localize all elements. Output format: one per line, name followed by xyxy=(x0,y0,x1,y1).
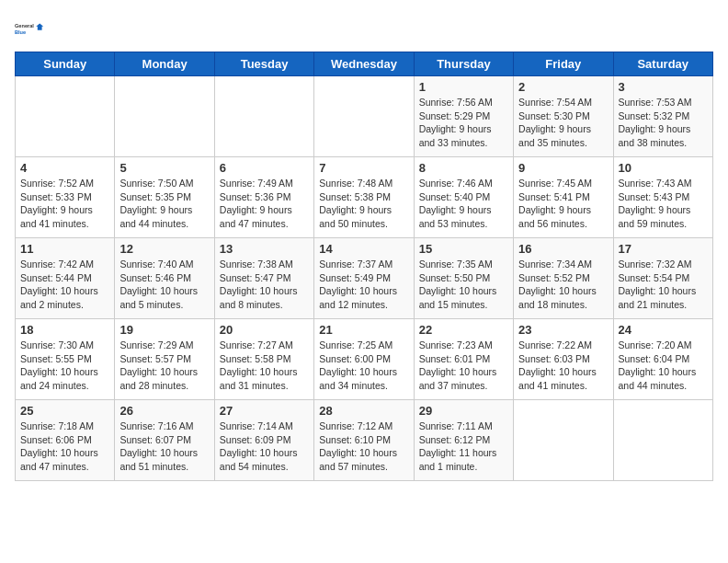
calendar-cell: 9Sunrise: 7:45 AM Sunset: 5:41 PM Daylig… xyxy=(514,157,613,238)
calendar-cell: 23Sunrise: 7:22 AM Sunset: 6:03 PM Dayli… xyxy=(514,319,613,400)
calendar-cell: 17Sunrise: 7:32 AM Sunset: 5:54 PM Dayli… xyxy=(613,238,712,319)
calendar-cell xyxy=(314,76,414,157)
calendar-cell: 2Sunrise: 7:54 AM Sunset: 5:30 PM Daylig… xyxy=(514,76,613,157)
day-info: Sunrise: 7:34 AM Sunset: 5:52 PM Dayligh… xyxy=(518,258,608,312)
day-info: Sunrise: 7:23 AM Sunset: 6:01 PM Dayligh… xyxy=(419,339,508,393)
day-number: 1 xyxy=(419,80,508,94)
calendar-cell: 6Sunrise: 7:49 AM Sunset: 5:36 PM Daylig… xyxy=(214,157,313,238)
week-row-3: 18Sunrise: 7:30 AM Sunset: 5:55 PM Dayli… xyxy=(16,319,713,400)
day-number: 17 xyxy=(619,242,708,256)
calendar-cell: 16Sunrise: 7:34 AM Sunset: 5:52 PM Dayli… xyxy=(514,238,613,319)
day-info: Sunrise: 7:32 AM Sunset: 5:54 PM Dayligh… xyxy=(619,258,708,312)
logo-icon: General Blue xyxy=(15,15,44,44)
day-info: Sunrise: 7:52 AM Sunset: 5:33 PM Dayligh… xyxy=(20,177,109,231)
day-number: 9 xyxy=(518,161,608,175)
day-info: Sunrise: 7:35 AM Sunset: 5:50 PM Dayligh… xyxy=(419,258,508,312)
calendar-cell: 14Sunrise: 7:37 AM Sunset: 5:49 PM Dayli… xyxy=(314,238,414,319)
day-info: Sunrise: 7:37 AM Sunset: 5:49 PM Dayligh… xyxy=(319,258,408,312)
svg-text:General: General xyxy=(15,23,34,29)
calendar-body: 1Sunrise: 7:56 AM Sunset: 5:29 PM Daylig… xyxy=(16,76,713,481)
day-number: 29 xyxy=(419,404,508,418)
day-info: Sunrise: 7:18 AM Sunset: 6:06 PM Dayligh… xyxy=(20,419,109,474)
day-number: 15 xyxy=(419,242,508,256)
calendar-cell: 13Sunrise: 7:38 AM Sunset: 5:47 PM Dayli… xyxy=(214,238,313,319)
day-number: 16 xyxy=(518,242,608,256)
day-number: 14 xyxy=(319,242,408,256)
day-number: 24 xyxy=(619,323,708,337)
day-info: Sunrise: 7:48 AM Sunset: 5:38 PM Dayligh… xyxy=(319,177,408,231)
day-info: Sunrise: 7:50 AM Sunset: 5:35 PM Dayligh… xyxy=(119,177,209,231)
day-number: 6 xyxy=(220,161,309,175)
calendar-cell: 18Sunrise: 7:30 AM Sunset: 5:55 PM Dayli… xyxy=(16,319,115,400)
day-info: Sunrise: 7:14 AM Sunset: 6:09 PM Dayligh… xyxy=(220,419,309,474)
calendar-cell: 12Sunrise: 7:40 AM Sunset: 5:46 PM Dayli… xyxy=(115,238,214,319)
calendar-cell: 7Sunrise: 7:48 AM Sunset: 5:38 PM Daylig… xyxy=(314,157,414,238)
calendar-cell: 10Sunrise: 7:43 AM Sunset: 5:43 PM Dayli… xyxy=(613,157,712,238)
day-info: Sunrise: 7:27 AM Sunset: 5:58 PM Dayligh… xyxy=(220,339,309,393)
day-number: 18 xyxy=(20,323,109,337)
calendar-cell xyxy=(514,400,613,481)
calendar-cell: 29Sunrise: 7:11 AM Sunset: 6:12 PM Dayli… xyxy=(414,400,513,481)
calendar-cell: 3Sunrise: 7:53 AM Sunset: 5:32 PM Daylig… xyxy=(613,76,712,157)
calendar-cell xyxy=(214,76,313,157)
calendar-cell: 20Sunrise: 7:27 AM Sunset: 5:58 PM Dayli… xyxy=(214,319,313,400)
day-number: 8 xyxy=(419,161,508,175)
day-number: 25 xyxy=(20,404,109,418)
day-info: Sunrise: 7:30 AM Sunset: 5:55 PM Dayligh… xyxy=(20,339,109,393)
weekday-header-wednesday: Wednesday xyxy=(314,52,414,76)
calendar-table: SundayMondayTuesdayWednesdayThursdayFrid… xyxy=(15,52,713,481)
day-info: Sunrise: 7:45 AM Sunset: 5:41 PM Dayligh… xyxy=(518,177,608,231)
day-info: Sunrise: 7:43 AM Sunset: 5:43 PM Dayligh… xyxy=(619,177,708,231)
week-row-0: 1Sunrise: 7:56 AM Sunset: 5:29 PM Daylig… xyxy=(16,76,713,157)
day-number: 22 xyxy=(419,323,508,337)
day-number: 27 xyxy=(220,404,309,418)
calendar-cell: 27Sunrise: 7:14 AM Sunset: 6:09 PM Dayli… xyxy=(214,400,313,481)
day-number: 23 xyxy=(518,323,608,337)
day-number: 26 xyxy=(119,404,209,418)
calendar-cell xyxy=(115,76,214,157)
day-number: 12 xyxy=(119,242,209,256)
svg-marker-2 xyxy=(36,24,43,30)
day-info: Sunrise: 7:38 AM Sunset: 5:47 PM Dayligh… xyxy=(220,258,309,312)
day-info: Sunrise: 7:16 AM Sunset: 6:07 PM Dayligh… xyxy=(119,419,209,474)
day-number: 10 xyxy=(619,161,708,175)
calendar-cell: 26Sunrise: 7:16 AM Sunset: 6:07 PM Dayli… xyxy=(115,400,214,481)
calendar-cell: 4Sunrise: 7:52 AM Sunset: 5:33 PM Daylig… xyxy=(16,157,115,238)
calendar-cell: 21Sunrise: 7:25 AM Sunset: 6:00 PM Dayli… xyxy=(314,319,414,400)
calendar-cell: 28Sunrise: 7:12 AM Sunset: 6:10 PM Dayli… xyxy=(314,400,414,481)
weekday-header-thursday: Thursday xyxy=(414,52,513,76)
day-info: Sunrise: 7:40 AM Sunset: 5:46 PM Dayligh… xyxy=(119,258,209,312)
day-info: Sunrise: 7:22 AM Sunset: 6:03 PM Dayligh… xyxy=(518,339,608,393)
day-info: Sunrise: 7:53 AM Sunset: 5:32 PM Dayligh… xyxy=(619,96,708,150)
calendar-cell: 25Sunrise: 7:18 AM Sunset: 6:06 PM Dayli… xyxy=(16,400,115,481)
week-row-4: 25Sunrise: 7:18 AM Sunset: 6:06 PM Dayli… xyxy=(16,400,713,481)
calendar-header: SundayMondayTuesdayWednesdayThursdayFrid… xyxy=(16,52,713,76)
calendar-cell: 22Sunrise: 7:23 AM Sunset: 6:01 PM Dayli… xyxy=(414,319,513,400)
day-info: Sunrise: 7:20 AM Sunset: 6:04 PM Dayligh… xyxy=(619,339,708,393)
day-number: 13 xyxy=(220,242,309,256)
weekday-header-friday: Friday xyxy=(514,52,613,76)
day-info: Sunrise: 7:12 AM Sunset: 6:10 PM Dayligh… xyxy=(319,419,408,474)
day-info: Sunrise: 7:25 AM Sunset: 6:00 PM Dayligh… xyxy=(319,339,408,393)
calendar-cell: 15Sunrise: 7:35 AM Sunset: 5:50 PM Dayli… xyxy=(414,238,513,319)
weekday-header-monday: Monday xyxy=(115,52,214,76)
day-number: 11 xyxy=(20,242,109,256)
day-number: 2 xyxy=(518,80,608,94)
day-info: Sunrise: 7:46 AM Sunset: 5:40 PM Dayligh… xyxy=(419,177,508,231)
calendar-cell: 19Sunrise: 7:29 AM Sunset: 5:57 PM Dayli… xyxy=(115,319,214,400)
calendar-cell: 8Sunrise: 7:46 AM Sunset: 5:40 PM Daylig… xyxy=(414,157,513,238)
day-info: Sunrise: 7:54 AM Sunset: 5:30 PM Dayligh… xyxy=(518,96,608,150)
week-row-1: 4Sunrise: 7:52 AM Sunset: 5:33 PM Daylig… xyxy=(16,157,713,238)
calendar-cell: 11Sunrise: 7:42 AM Sunset: 5:44 PM Dayli… xyxy=(16,238,115,319)
day-number: 21 xyxy=(319,323,408,337)
day-info: Sunrise: 7:29 AM Sunset: 5:57 PM Dayligh… xyxy=(119,339,209,393)
day-info: Sunrise: 7:49 AM Sunset: 5:36 PM Dayligh… xyxy=(220,177,309,231)
day-number: 19 xyxy=(119,323,209,337)
day-info: Sunrise: 7:11 AM Sunset: 6:12 PM Dayligh… xyxy=(419,419,508,474)
weekday-header-sunday: Sunday xyxy=(16,52,115,76)
day-number: 5 xyxy=(119,161,209,175)
day-info: Sunrise: 7:42 AM Sunset: 5:44 PM Dayligh… xyxy=(20,258,109,312)
calendar-cell: 1Sunrise: 7:56 AM Sunset: 5:29 PM Daylig… xyxy=(414,76,513,157)
day-number: 7 xyxy=(319,161,408,175)
day-number: 20 xyxy=(220,323,309,337)
